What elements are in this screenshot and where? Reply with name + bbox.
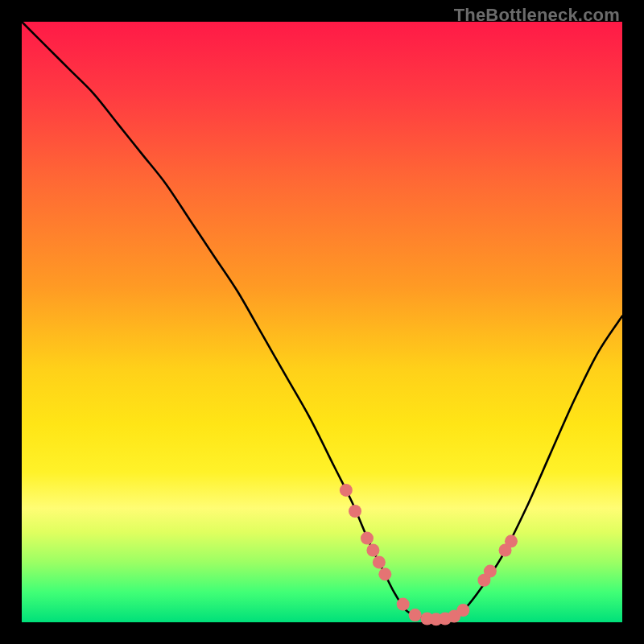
highlight-point xyxy=(340,484,353,497)
attribution-text: TheBottleneck.com xyxy=(454,5,620,26)
highlight-point xyxy=(378,568,391,580)
highlight-point xyxy=(505,535,518,547)
highlight-point xyxy=(361,532,374,545)
highlight-point xyxy=(349,505,361,518)
chart-frame: TheBottleneck.com xyxy=(0,0,644,644)
highlight-point xyxy=(397,598,410,611)
highlight-point xyxy=(456,604,469,617)
highlight-points xyxy=(340,484,518,625)
highlight-point xyxy=(373,555,386,568)
highlight-point xyxy=(366,543,379,556)
bottleneck-curve xyxy=(22,22,622,620)
highlight-point xyxy=(484,565,497,578)
highlight-point xyxy=(409,609,422,621)
chart-svg xyxy=(22,22,622,622)
